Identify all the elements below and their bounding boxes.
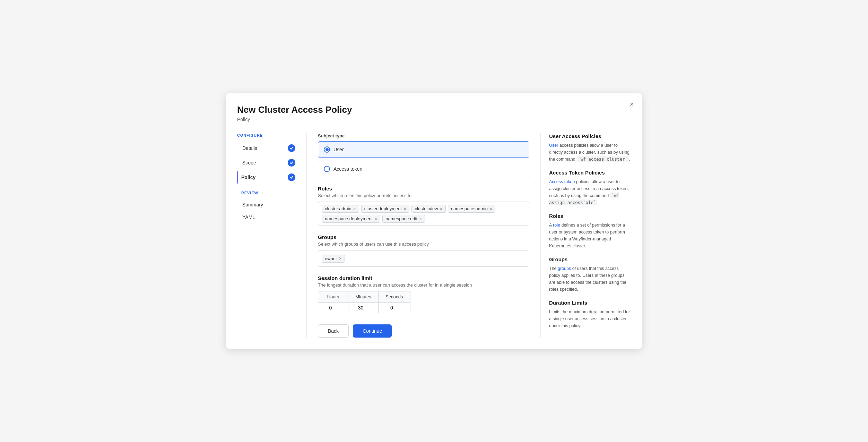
modal-body: CONFIGURE Details Scope Policy REVIEW <box>237 133 631 338</box>
sidebar: CONFIGURE Details Scope Policy REVIEW <box>237 133 306 338</box>
access-token-body: Access token policies allow a user to as… <box>549 178 631 206</box>
roles-help-title: Roles <box>549 213 631 219</box>
user-access-title: User Access Policies <box>549 133 631 139</box>
remove-namespace-deployment[interactable]: × <box>374 216 377 221</box>
hours-header: Hours <box>318 291 348 303</box>
remove-cluster-view[interactable]: × <box>440 206 443 211</box>
groups-tags-input[interactable]: owner × <box>318 250 529 267</box>
groups-description: Select which groups of users can use thi… <box>318 241 529 247</box>
close-button[interactable]: × <box>627 99 636 110</box>
configure-section-label: CONFIGURE <box>237 133 298 137</box>
remove-owner[interactable]: × <box>339 256 341 261</box>
duration-table: Hours Minutes Seconds <box>318 291 410 313</box>
sidebar-item-details[interactable]: Details <box>237 142 298 155</box>
modal-subtitle: Policy <box>237 117 617 122</box>
subject-option-access-token[interactable]: Access token <box>318 161 529 177</box>
groups-link[interactable]: groups <box>558 266 571 271</box>
footer-buttons: Back Continue <box>318 324 529 338</box>
access-token-title: Access Token Policies <box>549 170 631 176</box>
radio-user <box>324 146 330 153</box>
sidebar-item-scope[interactable]: Scope <box>237 156 298 169</box>
subject-option-access-token-label: Access token <box>333 166 362 172</box>
group-tag-owner: owner × <box>322 255 345 263</box>
groups-title: Groups <box>318 234 529 240</box>
review-section-label: REVIEW <box>237 191 298 195</box>
subject-type-label: Subject type <box>318 133 529 138</box>
groups-help-body: The groups of users that this access pol… <box>549 265 631 293</box>
roles-tags-input[interactable]: cluster.admin × cluster.deployment × clu… <box>318 202 529 226</box>
modal: × New Cluster Access Policy Policy CONFI… <box>226 93 642 349</box>
sidebar-item-label-details: Details <box>242 145 257 151</box>
groups-section: Groups Select which groups of users can … <box>318 234 529 267</box>
remove-cluster-admin[interactable]: × <box>353 206 356 211</box>
roles-description: Select which roles this policy permits a… <box>318 193 529 198</box>
seconds-cell[interactable] <box>379 303 410 313</box>
role-tag-namespace-edit: namespace.edit × <box>382 215 425 223</box>
seconds-input[interactable] <box>382 305 406 311</box>
scope-check <box>288 159 295 167</box>
session-duration-title: Session duration limit <box>318 275 529 281</box>
sidebar-item-label-yaml: YAML <box>242 214 255 220</box>
groups-help-title: Groups <box>549 256 631 262</box>
sidebar-item-summary[interactable]: Summary <box>237 199 298 210</box>
duration-help-body: Limits the maximum duration permitted fo… <box>549 308 631 329</box>
minutes-input[interactable] <box>351 305 375 311</box>
back-button[interactable]: Back <box>318 324 349 338</box>
role-link[interactable]: role <box>553 223 560 228</box>
continue-button[interactable]: Continue <box>353 324 392 338</box>
modal-title: New Cluster Access Policy <box>237 104 617 115</box>
modal-header: New Cluster Access Policy Policy <box>237 104 631 122</box>
user-link[interactable]: User <box>549 143 558 148</box>
main-form: Subject type User Access token Roles Sel… <box>306 133 541 338</box>
roles-section: Roles Select which roles this policy per… <box>318 186 529 226</box>
session-duration-section: Session duration limit The longest durat… <box>318 275 529 313</box>
roles-help-body: A role defines a set of permissions for … <box>549 222 631 249</box>
role-tag-cluster-admin: cluster.admin × <box>322 205 359 213</box>
remove-namespace-edit[interactable]: × <box>419 216 422 221</box>
sidebar-item-label-policy: Policy <box>241 175 255 180</box>
hours-cell[interactable] <box>318 303 348 313</box>
sidebar-item-policy[interactable]: Policy <box>237 171 298 184</box>
role-tag-cluster-view: cluster.view × <box>411 205 445 213</box>
remove-cluster-deployment[interactable]: × <box>403 206 406 211</box>
hours-input[interactable] <box>321 305 345 311</box>
remove-namespace-admin[interactable]: × <box>489 206 492 211</box>
seconds-header: Seconds <box>379 291 410 303</box>
access-token-link[interactable]: Access token <box>549 179 575 184</box>
roles-title: Roles <box>318 186 529 192</box>
role-tag-cluster-deployment: cluster.deployment × <box>361 205 410 213</box>
subject-option-user-label: User <box>333 147 344 152</box>
duration-help-title: Duration Limits <box>549 300 631 306</box>
sidebar-item-yaml[interactable]: YAML <box>237 212 298 223</box>
policy-check <box>288 173 295 181</box>
sidebar-item-label-summary: Summary <box>242 202 263 207</box>
role-tag-namespace-admin: namespace.admin × <box>448 205 495 213</box>
minutes-header: Minutes <box>348 291 379 303</box>
sidebar-item-label-scope: Scope <box>242 160 256 165</box>
minutes-cell[interactable] <box>348 303 379 313</box>
subject-option-user[interactable]: User <box>318 141 529 158</box>
right-panel: User Access Policies User access policie… <box>541 133 631 338</box>
radio-access-token <box>324 166 330 172</box>
session-duration-description: The longest duration that a user can acc… <box>318 282 529 288</box>
details-check <box>288 144 295 152</box>
role-tag-namespace-deployment: namespace.deployment × <box>322 215 380 223</box>
user-access-body: User access policies allow a user to dir… <box>549 142 631 163</box>
